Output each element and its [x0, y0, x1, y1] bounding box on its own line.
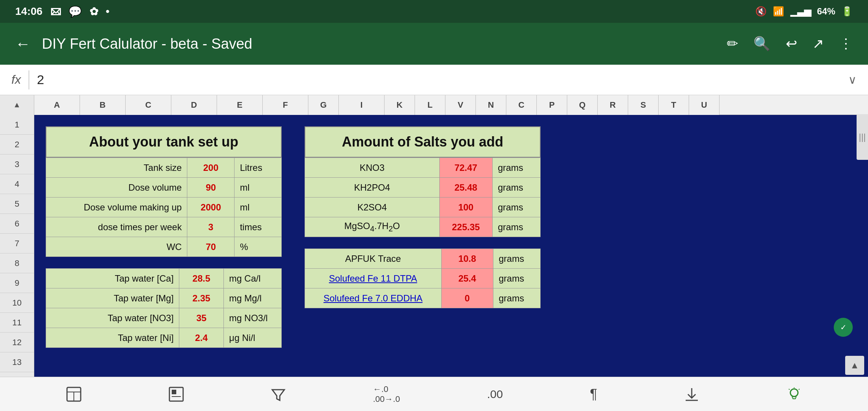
cell-k2so4-name[interactable]: K2SO4 [305, 198, 440, 217]
table-row: Tank size 200 Litres [46, 158, 282, 178]
row-num-6[interactable]: 6 [0, 214, 34, 234]
row-num-5[interactable]: 5 [0, 194, 34, 214]
col-header-a[interactable]: A [34, 95, 80, 115]
row-numbers: 1 2 3 4 5 6 7 8 9 10 11 12 13 14 15 16 [0, 115, 34, 377]
cell-kno3-name[interactable]: KNO3 [305, 158, 440, 178]
cell-wc-label[interactable]: WC [46, 237, 187, 257]
toolbar-idea-icon[interactable] [787, 387, 802, 402]
scroll-up-button[interactable]: ▲ [845, 356, 864, 375]
col-header-v[interactable]: V [445, 95, 476, 115]
col-header-f[interactable]: F [263, 95, 308, 115]
toolbar-filter-icon[interactable] [271, 387, 286, 402]
cell-solufeed70-name[interactable]: Solufeed Fe 7.0 EDDHA [305, 288, 442, 308]
undo-icon[interactable]: ↩ [786, 36, 797, 52]
row-num-2[interactable]: 2 [0, 135, 34, 155]
col-header-c2[interactable]: C [506, 95, 537, 115]
edit-icon[interactable]: ✏ [727, 36, 738, 52]
col-header-t[interactable]: T [659, 95, 689, 115]
formula-divider [29, 70, 29, 89]
row-num-8[interactable]: 8 [0, 253, 34, 273]
cell-tap-no3-label[interactable]: Tap water [NO3] [46, 308, 179, 328]
row-num-7[interactable]: 7 [0, 234, 34, 253]
col-header-b[interactable]: B [80, 95, 126, 115]
toolbar-paragraph-icon[interactable]: ¶ [590, 386, 597, 402]
cell-apfuk-value[interactable]: 10.8 [441, 249, 493, 269]
side-handle[interactable]: ||| [857, 114, 868, 160]
cell-mgso4-value[interactable]: 225.35 [439, 217, 492, 237]
cell-wc-value[interactable]: 70 [187, 237, 235, 257]
col-header-s[interactable]: S [628, 95, 659, 115]
formula-chevron[interactable]: ∨ [848, 73, 857, 86]
status-sync-icon: ✿ [89, 5, 98, 18]
cell-tap-mg-label[interactable]: Tap water [Mg] [46, 288, 179, 308]
search-icon[interactable]: 🔍 [753, 36, 771, 52]
row-num-12[interactable]: 12 [0, 333, 34, 352]
cell-dose-makeup-value[interactable]: 2000 [187, 198, 235, 217]
col-header-e[interactable]: E [217, 95, 263, 115]
status-chat-icon: 💬 [69, 5, 82, 18]
cell-apfuk-unit: grams [493, 249, 540, 269]
col-header-i[interactable]: I [339, 95, 385, 115]
col-header-c[interactable]: C [126, 95, 171, 115]
cell-tank-size-label[interactable]: Tank size [46, 158, 187, 178]
cell-tap-ca-unit: mg Ca/l [223, 269, 281, 288]
cell-mgso4-name[interactable]: MgSO4.7H2O [305, 217, 440, 237]
row-num-11[interactable]: 11 [0, 313, 34, 333]
tank-setup-title: About your tank set up [46, 126, 282, 158]
col-header-p[interactable]: P [537, 95, 567, 115]
col-header-u[interactable]: U [689, 95, 720, 115]
cell-dose-vol-label[interactable]: Dose volume [46, 178, 187, 198]
cell-solufeed11-name[interactable]: Solufeed Fe 11 DTPA [305, 269, 442, 288]
tank-setup-table: Tank size 200 Litres Dose volume 90 ml D… [46, 158, 282, 257]
cell-tap-ni-value[interactable]: 2.4 [179, 328, 224, 348]
toolbar-table-icon[interactable] [66, 387, 81, 402]
sheet-content: About your tank set up Tank size 200 Lit… [34, 115, 868, 377]
col-header-l[interactable]: L [415, 95, 445, 115]
row-num-4[interactable]: 4 [0, 174, 34, 194]
cell-kh2po4-value[interactable]: 25.48 [439, 178, 492, 198]
cell-tap-no3-value[interactable]: 35 [179, 308, 224, 328]
back-button[interactable]: ← [15, 35, 30, 53]
row-num-10[interactable]: 10 [0, 293, 34, 313]
cell-k2so4-value[interactable]: 100 [439, 198, 492, 217]
cell-kno3-unit: grams [492, 158, 540, 178]
cell-dose-times-label[interactable]: dose times per week [46, 217, 187, 237]
col-header-g[interactable]: G [308, 95, 339, 115]
cell-kno3-value[interactable]: 72.47 [439, 158, 492, 178]
cell-tap-mg-unit: mg Mg/l [223, 288, 281, 308]
cell-tap-mg-value[interactable]: 2.35 [179, 288, 224, 308]
table-row: Tap water [Mg] 2.35 mg Mg/l [46, 288, 282, 308]
svg-point-8 [790, 389, 798, 397]
cell-solufeed11-value[interactable]: 25.4 [441, 269, 493, 288]
row-num-1[interactable]: 1 [0, 115, 34, 135]
row-num-14[interactable]: 14 [0, 372, 34, 377]
cell-tap-ni-label[interactable]: Tap water [Ni] [46, 328, 179, 348]
row-num-3[interactable]: 3 [0, 155, 34, 174]
cell-tap-ca-label[interactable]: Tap water [Ca] [46, 269, 179, 288]
toolbar-select-icon[interactable] [169, 387, 184, 402]
row-num-9[interactable]: 9 [0, 273, 34, 293]
row-num-13[interactable]: 13 [0, 352, 34, 372]
cell-apfuk-name[interactable]: APFUK Trace [305, 249, 442, 269]
col-header-q[interactable]: Q [567, 95, 598, 115]
cell-dose-times-value[interactable]: 3 [187, 217, 235, 237]
cell-wc-unit: % [235, 237, 282, 257]
more-icon[interactable]: ⋮ [839, 36, 853, 52]
col-header-d[interactable]: D [171, 95, 217, 115]
cell-tap-ca-value[interactable]: 28.5 [179, 269, 224, 288]
col-header-k[interactable]: K [385, 95, 415, 115]
svg-rect-4 [172, 390, 176, 394]
toolbar-format-icon[interactable]: .00 [487, 388, 503, 401]
cell-kh2po4-name[interactable]: KH2PO4 [305, 178, 440, 198]
cell-tank-size-value[interactable]: 200 [187, 158, 235, 178]
col-header-r[interactable]: R [598, 95, 628, 115]
cell-solufeed70-value[interactable]: 0 [441, 288, 493, 308]
status-time: 14:06 [15, 5, 43, 18]
toolbar-decimals-icon[interactable]: ←.0.00→.0 [373, 384, 400, 404]
share-icon[interactable]: ↗ [812, 36, 824, 52]
formula-value[interactable]: 2 [37, 72, 841, 87]
toolbar-download-icon[interactable] [684, 387, 699, 402]
cell-dose-makeup-label[interactable]: Dose volume making up [46, 198, 187, 217]
cell-dose-vol-value[interactable]: 90 [187, 178, 235, 198]
col-header-n[interactable]: N [476, 95, 506, 115]
